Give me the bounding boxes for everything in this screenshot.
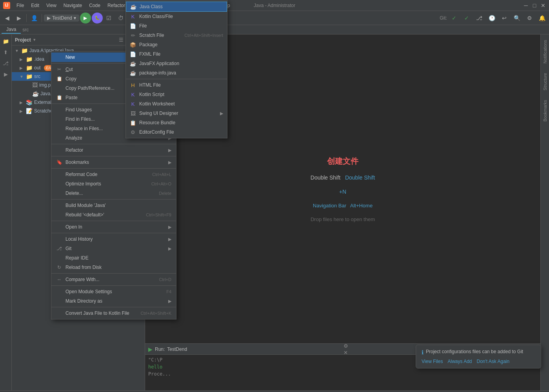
- cm-refactor[interactable]: Refactor ▶: [51, 145, 176, 155]
- menu-navigate[interactable]: Navigate: [60, 2, 85, 9]
- coverage-button[interactable]: ☑: [104, 13, 115, 24]
- tree-label-out: out: [34, 65, 41, 71]
- cm-cut-icon: ✂: [56, 66, 62, 73]
- sm-swing-icon: 🖼: [130, 110, 136, 116]
- run-config-selector[interactable]: ▶ TestDend ▾: [44, 15, 79, 22]
- git-branch-button[interactable]: ⎇: [474, 13, 485, 24]
- sm-resource-label: Resource Bundle: [139, 120, 223, 125]
- sm-file-label: File: [139, 23, 223, 29]
- run-panel-close[interactable]: ✕: [344, 350, 348, 356]
- cm-convert-kotlin[interactable]: Convert Java File to Kotlin File Ctrl+Al…: [51, 309, 176, 318]
- cm-build-icon: [56, 202, 62, 209]
- sm-scratch-file[interactable]: ✏ Scratch File Ctrl+Alt+Shift+Insert: [126, 31, 227, 40]
- sm-javafx[interactable]: ☕ JavaFX Application: [126, 59, 227, 68]
- project-panel-dropdown[interactable]: ▾: [33, 37, 36, 42]
- cm-compare[interactable]: ↔ Compare With... Ctrl+D: [51, 275, 176, 284]
- title-bar: IJ File Edit View Navigate Code Refactor…: [0, 0, 549, 11]
- profile-button[interactable]: 👤: [29, 13, 40, 24]
- sidebar-commit-icon[interactable]: ⬆: [1, 47, 11, 57]
- cm-rebuild[interactable]: Rebuild '<default>' Ctrl+Shift+F9: [51, 210, 176, 220]
- sm-swing-arrow: ▶: [220, 111, 223, 116]
- forward-button[interactable]: ▶: [13, 13, 24, 24]
- search-button[interactable]: 🔍: [511, 13, 522, 24]
- cm-find-usages-icon: [56, 107, 62, 113]
- left-sidebar-icons: 📁 ⬆ ⎇ ▶: [0, 34, 12, 390]
- cm-reload-label: Reload from Disk: [65, 265, 171, 270]
- run-panel-settings[interactable]: ⚙: [344, 343, 348, 349]
- rs-notifications[interactable]: Notifications: [543, 38, 547, 66]
- sm-kotlin-script[interactable]: K Kotlin Script: [126, 90, 227, 99]
- sm-file[interactable]: 📄 File: [126, 21, 227, 31]
- debug-button[interactable]: 🐛: [92, 13, 103, 24]
- settings-button[interactable]: ⚙: [524, 13, 535, 24]
- cm-convert-shortcut: Ctrl+Alt+Shift+K: [140, 311, 171, 316]
- cm-repair-ide[interactable]: Repair IDE: [51, 253, 176, 263]
- close-button[interactable]: ✕: [540, 3, 546, 8]
- sidebar-project-icon[interactable]: 📁: [1, 36, 11, 46]
- notif-view-files[interactable]: View Files: [422, 359, 443, 364]
- menu-edit[interactable]: Edit: [28, 2, 42, 9]
- cm-module-settings[interactable]: Open Module Settings F4: [51, 287, 176, 296]
- back-button[interactable]: ◀: [2, 13, 13, 24]
- git-check-button[interactable]: ✓: [449, 13, 460, 24]
- cm-open-in[interactable]: Open In ▶: [51, 222, 176, 232]
- search-hint: Double Shift Double Shift: [311, 174, 375, 181]
- app-logo: IJ: [3, 2, 10, 9]
- notification-actions: View Files Always Add Don't Ask Again: [422, 359, 535, 364]
- cm-find-files-icon: [56, 116, 62, 122]
- sm-kotlin-class-label: Kotlin Class/File: [139, 14, 223, 19]
- sm-resource-bundle[interactable]: 📋 Resource Bundle: [126, 118, 227, 127]
- sm-package-info[interactable]: ☕ package-info.java: [126, 68, 227, 78]
- tab-java[interactable]: Java: [2, 26, 21, 34]
- arrow-src: ▼: [20, 74, 24, 79]
- bottom-tabs: ⎇ Git Run ☑ TODO Problems ⌨ Terminal ⚙ S…: [0, 390, 549, 392]
- profile-run-button[interactable]: ⏱: [115, 13, 126, 24]
- cm-git[interactable]: ⎇ Git ▶: [51, 244, 176, 253]
- git-clock-button[interactable]: 🕐: [486, 13, 497, 24]
- menu-code[interactable]: Code: [86, 2, 104, 9]
- cm-delete[interactable]: Delete... Delete: [51, 189, 176, 198]
- menu-file[interactable]: File: [13, 2, 27, 9]
- sm-kotlin-class[interactable]: K Kotlin Class/File: [126, 12, 227, 21]
- cm-mark-dir[interactable]: Mark Directory as ▶: [51, 296, 176, 306]
- sm-kworksheet-icon: K: [130, 101, 136, 107]
- notif-dont-ask[interactable]: Don't Ask Again: [477, 359, 510, 364]
- collapse-all-icon[interactable]: ☰: [119, 37, 124, 43]
- git-undo-button[interactable]: ↩: [499, 13, 510, 24]
- run-button[interactable]: ▶: [80, 13, 91, 24]
- cm-history-arrow: ▶: [168, 237, 171, 242]
- rs-bookmarks[interactable]: Bookmarks: [543, 98, 547, 124]
- cm-reformat[interactable]: Reformat Code Ctrl+Alt+L: [51, 170, 176, 179]
- cm-reload[interactable]: ↻ Reload from Disk: [51, 263, 176, 272]
- maximize-button[interactable]: □: [532, 3, 537, 8]
- menu-refactor[interactable]: Refactor: [104, 2, 128, 9]
- sm-html[interactable]: H HTML File: [126, 80, 227, 90]
- cm-rebuild-label: Rebuild '<default>': [65, 212, 143, 218]
- sm-package[interactable]: 📦 Package: [126, 40, 227, 49]
- notif-always-add[interactable]: Always Add: [447, 359, 472, 364]
- sidebar-git-icon[interactable]: ⎇: [1, 58, 11, 68]
- sm-kotlin-worksheet[interactable]: K Kotlin Worksheet: [126, 99, 227, 109]
- sm-swing-ui[interactable]: 🖼 Swing UI Designer ▶: [126, 109, 227, 118]
- notification-button[interactable]: 🔔: [536, 13, 547, 24]
- git-check2-button[interactable]: ✓: [461, 13, 472, 24]
- rs-structure[interactable]: Structure: [543, 71, 547, 93]
- cm-refactor-label: Refactor: [65, 147, 164, 153]
- sm-editorconfig[interactable]: ⚙ EditorConfig File: [126, 127, 227, 137]
- tree-label-idea: .idea: [34, 56, 44, 62]
- sidebar-run-icon[interactable]: ▶: [1, 69, 11, 79]
- cm-bookmarks[interactable]: 🔖 Bookmarks ▶: [51, 158, 176, 167]
- menu-view[interactable]: View: [43, 2, 60, 9]
- search-hint-text: Double Shift: [311, 174, 340, 181]
- sm-java-class[interactable]: ☕ Java Class: [126, 2, 227, 12]
- cm-build-module[interactable]: Build Module 'Java': [51, 201, 176, 210]
- search-hint-shortcut: Double Shift: [345, 174, 375, 181]
- cm-local-history[interactable]: Local History ▶: [51, 234, 176, 244]
- sm-scratch-label: Scratch File: [139, 33, 181, 38]
- cm-mark-dir-icon: [56, 298, 62, 304]
- cm-reformat-icon: [56, 171, 62, 178]
- extlibs-icon: 📚: [26, 99, 33, 105]
- cm-optimize[interactable]: Optimize Imports Ctrl+Alt+O: [51, 179, 176, 189]
- sm-fxml[interactable]: 📄 FXML File: [126, 49, 227, 59]
- minimize-button[interactable]: ─: [523, 3, 529, 8]
